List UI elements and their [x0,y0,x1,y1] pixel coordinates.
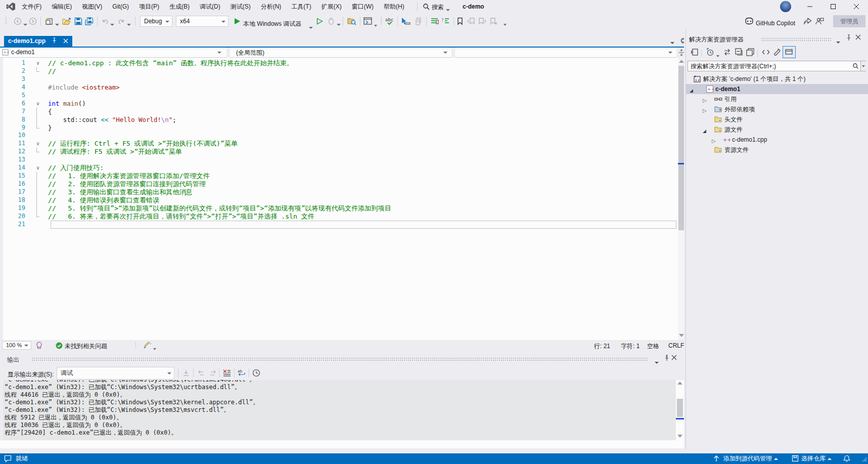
menu-5[interactable]: 项目(P) [134,0,164,13]
select-repository[interactable]: 选择仓库 [801,453,832,464]
scroll-up-arrow[interactable] [679,60,684,63]
no-issues-label[interactable]: 未找到相关问题 [65,342,107,351]
code-line-3[interactable]: 3 [0,75,678,83]
code-line-20[interactable]: 20// 6. 将来，若要再次打开此项目，请转到“文件”>“打开”>“项目”并选… [0,213,678,221]
fold-collapse-icon[interactable]: ∨ [34,100,41,108]
se-close-icon[interactable] [855,34,863,43]
output-vertical-scrollbar[interactable] [676,380,684,440]
tree-item-源文件[interactable]: ◢源文件 [686,124,868,135]
se-pin-icon[interactable] [845,34,853,43]
navbar-project-dropdown[interactable]: ++ c-demo1 [0,48,226,58]
fold-collapse-icon[interactable]: ∨ [34,59,41,67]
next-bookmark-icon[interactable] [478,17,486,25]
navigate-cursor-icon[interactable] [401,17,409,25]
status-eol[interactable]: CRLF [668,342,684,349]
se-wrench-icon[interactable] [773,48,781,56]
copilot-label[interactable]: GitHub Copilot [756,20,795,27]
se-search-icon[interactable] [852,63,860,71]
undo-icon[interactable] [101,17,109,25]
word-wrap-icon[interactable]: ab [238,369,246,377]
navigate-forward-icon[interactable] [29,17,37,25]
tab-pin-icon[interactable] [52,37,57,44]
output-scroll-down[interactable] [677,435,682,438]
copy-parallel-icon[interactable] [415,17,423,25]
save-all-icon[interactable] [85,17,93,25]
minimize-button[interactable] [799,0,821,13]
code-cleanup-icon[interactable] [143,342,151,350]
undo-caret[interactable] [110,20,114,27]
format-selection-icon[interactable]: ? [441,17,449,25]
timestamp-icon[interactable] [252,369,260,377]
navigate-back-icon[interactable] [14,17,22,25]
code-line-6[interactable]: 6∨int main() [0,100,678,108]
avatar[interactable] [780,1,791,12]
code-line-8[interactable]: 8 std::cout << "Hello World!\n"; [0,116,678,124]
clear-bookmarks-icon[interactable] [489,17,497,25]
se-search-dropdown[interactable] [860,61,867,71]
se-pending-changes-icon[interactable] [706,48,714,56]
code-line-2[interactable]: 2// [0,67,678,75]
new-project-icon[interactable] [45,17,53,25]
output-source-combo[interactable]: 调试 [57,367,174,379]
zoom-combo[interactable]: 100 % [2,341,31,350]
se-properties-icon[interactable] [746,48,754,56]
menu-8[interactable]: 测试(S) [225,0,256,13]
menu-6[interactable]: 生成(B) [164,0,195,13]
tree-item-解决方案 'c-demo' (1 个项目，共 1 个)[interactable]: 解决方案 'c-demo' (1 个项目，共 1 个) [686,74,868,84]
menu-10[interactable]: 工具(T) [286,0,316,13]
code-line-10[interactable]: 10 [0,132,678,140]
start-without-debug-icon[interactable] [316,18,325,26]
fold-collapse-icon[interactable]: ∨ [34,164,41,172]
platform-combo[interactable]: x64 [176,16,229,27]
tree-item-资源文件[interactable]: 资源文件 [686,145,868,155]
tree-item-头文件[interactable]: 头文件 [686,114,868,124]
se-home-icon[interactable] [690,48,698,56]
code-line-16[interactable]: 16// 2. 使用团队资源管理器窗口连接到源代码管理 [0,180,678,188]
prev-bookmark-icon[interactable] [467,17,475,25]
solution-window-icon[interactable] [363,17,372,25]
share-icon[interactable] [803,17,811,25]
tree-item-c-demo1[interactable]: ◢++c-demo1 [686,84,868,94]
toolbar-grip[interactable] [5,17,13,25]
hot-reload-caret[interactable] [337,20,341,27]
status-line[interactable]: 行: 21 [594,342,610,351]
editor-scroll-thumb[interactable] [678,66,684,230]
output-close-icon[interactable] [671,355,679,363]
tab-list-caret[interactable] [670,38,674,46]
menu-1[interactable]: 文件(F) [17,0,47,13]
code-editor[interactable]: 1∨// c-demo1.cpp : 此文件包含 “main” 函数。程序执行将… [0,58,678,340]
se-preview-selected-button[interactable] [783,46,796,58]
output-pin-icon[interactable] [663,355,671,363]
se-collapse-all-icon[interactable] [735,48,743,56]
menu-13[interactable]: 帮助(H) [379,0,409,13]
open-folder-icon[interactable] [62,17,70,25]
code-line-14[interactable]: 14∨// 入门使用技巧: [0,164,678,172]
solution-window-caret[interactable] [374,21,377,28]
tree-item-引用[interactable]: ▷引用 [686,94,868,104]
scroll-down-arrow[interactable] [679,334,684,337]
notifications-bell-icon[interactable] [843,455,851,463]
goto-message-icon[interactable] [182,369,190,377]
prev-message-icon[interactable] [197,369,205,377]
tab-close-icon[interactable] [63,38,68,44]
code-line-7[interactable]: 7{ [0,108,678,116]
navbar-scope-dropdown[interactable]: (全局范围) [230,48,451,58]
no-issues-icon[interactable] [56,342,64,350]
code-line-13[interactable]: 13 [0,156,678,164]
clear-all-icon[interactable] [222,369,231,377]
menu-4[interactable]: Git(G) [107,1,134,14]
redo-icon[interactable] [117,17,125,25]
code-line-21[interactable]: 21 [0,221,678,229]
search-icon[interactable] [423,3,431,11]
menu-12[interactable]: 窗口(W) [347,0,379,13]
search-caret-icon[interactable] [446,6,450,13]
configuration-combo[interactable]: Debug [140,16,172,27]
next-message-icon[interactable] [209,369,217,377]
bookmark-caret[interactable] [504,20,507,27]
health-indicator-icon[interactable] [35,342,43,350]
tree-item-c-demo1.cpp[interactable]: ▷++c-demo1.cpp [686,135,868,145]
maximize-button[interactable] [822,0,844,13]
feedback-icon[interactable] [4,455,12,463]
tab-c-demo1-cpp[interactable]: c-demo1.cpp [4,36,72,47]
copilot-icon[interactable] [745,17,753,25]
